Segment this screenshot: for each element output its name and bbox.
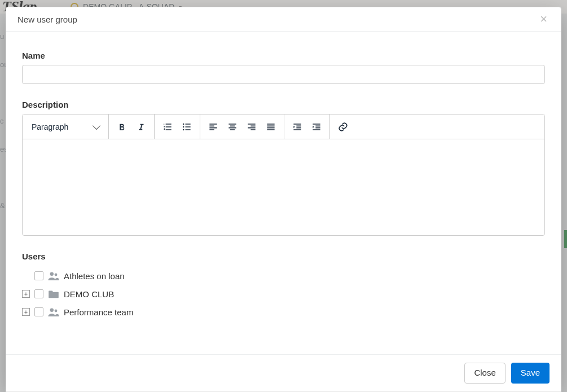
tree-item-label[interactable]: DEMO CLUB (64, 289, 114, 299)
bold-button[interactable] (112, 117, 131, 136)
rich-text-editor: Paragraph (22, 114, 545, 236)
tree-expander-spacer (22, 272, 30, 280)
align-left-icon (208, 121, 219, 133)
group-icon (48, 271, 59, 280)
toolbar-group-inline (109, 114, 155, 139)
unordered-list-button[interactable] (177, 117, 196, 136)
tree-row-performance-team: + Performance team (22, 303, 545, 321)
close-button[interactable]: Close (464, 363, 505, 384)
align-right-icon (246, 121, 257, 133)
chevron-down-icon (93, 121, 100, 129)
new-user-group-modal: New user group × Name Description Paragr… (6, 7, 561, 392)
indent-button[interactable] (307, 117, 326, 136)
toolbar-group-format: Paragraph (23, 114, 109, 139)
italic-button[interactable] (131, 117, 151, 136)
close-icon[interactable]: × (538, 13, 550, 25)
editor-toolbar: Paragraph (23, 114, 544, 139)
tree-checkbox[interactable] (34, 307, 43, 316)
align-right-button[interactable] (242, 117, 261, 136)
block-format-label: Paragraph (32, 122, 68, 131)
svg-point-0 (183, 123, 184, 125)
modal-body: Name Description Paragraph (6, 32, 561, 354)
align-left-button[interactable] (204, 117, 223, 136)
tree-checkbox[interactable] (34, 271, 43, 280)
align-center-icon (227, 121, 238, 133)
save-button[interactable]: Save (511, 363, 550, 384)
ordered-list-icon (162, 121, 173, 133)
outdent-button[interactable] (288, 117, 307, 136)
align-center-button[interactable] (223, 117, 242, 136)
users-tree: Athletes on loan + DEMO CLUB + Performan… (22, 267, 545, 321)
block-format-dropdown[interactable]: Paragraph (26, 117, 105, 136)
group-icon (48, 307, 59, 316)
users-label: Users (22, 252, 545, 261)
description-editor-area[interactable] (23, 139, 544, 235)
toolbar-group-indent (284, 114, 330, 139)
tree-item-label[interactable]: Athletes on loan (64, 271, 125, 281)
tree-checkbox[interactable] (34, 289, 43, 298)
folder-icon (48, 289, 59, 298)
svg-point-3 (50, 272, 54, 276)
align-justify-button[interactable] (261, 117, 280, 136)
svg-point-5 (50, 309, 54, 312)
description-label: Description (22, 100, 545, 109)
bold-icon (117, 122, 127, 132)
toolbar-group-lists (155, 114, 200, 139)
name-label: Name (22, 51, 545, 60)
outdent-icon (292, 121, 303, 133)
align-justify-icon (265, 121, 276, 133)
svg-point-4 (55, 274, 58, 276)
tree-item-label[interactable]: Performance team (64, 307, 133, 317)
modal-header: New user group × (6, 7, 561, 32)
indent-icon (311, 121, 322, 133)
svg-point-6 (55, 310, 58, 312)
tree-expand-toggle[interactable]: + (22, 290, 30, 298)
tree-row-athletes-on-loan: Athletes on loan (22, 267, 545, 285)
toolbar-group-link (330, 114, 356, 139)
link-icon (337, 121, 349, 133)
tree-row-demo-club: + DEMO CLUB (22, 285, 545, 303)
svg-point-1 (183, 126, 184, 127)
unordered-list-icon (181, 121, 192, 133)
modal-title: New user group (17, 15, 77, 24)
toolbar-group-align (200, 114, 284, 139)
svg-point-2 (183, 129, 184, 130)
tree-expand-toggle[interactable]: + (22, 308, 30, 316)
italic-icon (136, 122, 146, 132)
link-button[interactable] (333, 117, 353, 136)
modal-footer: Close Save (6, 354, 561, 391)
ordered-list-button[interactable] (158, 117, 177, 136)
name-input[interactable] (22, 65, 545, 84)
